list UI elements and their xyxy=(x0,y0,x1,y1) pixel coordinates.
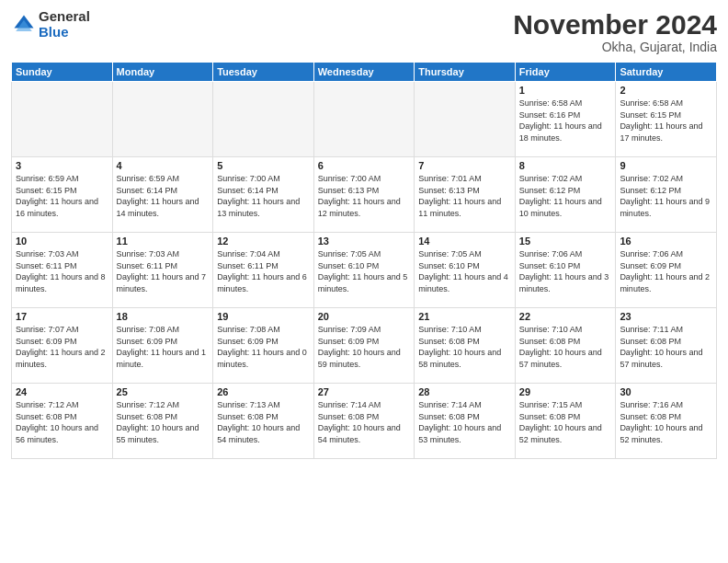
day-info: Sunrise: 7:02 AM Sunset: 6:12 PM Dayligh… xyxy=(620,173,712,219)
cell-w2-d2: 4Sunrise: 6:59 AM Sunset: 6:14 PM Daylig… xyxy=(112,157,213,233)
day-number: 13 xyxy=(318,236,411,247)
day-number: 23 xyxy=(620,311,712,322)
cell-w1-d6: 1Sunrise: 6:58 AM Sunset: 6:16 PM Daylig… xyxy=(515,82,616,157)
day-number: 22 xyxy=(519,311,612,322)
day-number: 4 xyxy=(117,160,210,171)
day-info: Sunrise: 7:03 AM Sunset: 6:11 PM Dayligh… xyxy=(117,248,210,294)
calendar-body: 1Sunrise: 6:58 AM Sunset: 6:16 PM Daylig… xyxy=(12,82,717,459)
header: General Blue November 2024 Okha, Gujarat… xyxy=(11,9,717,54)
day-info: Sunrise: 7:08 AM Sunset: 6:09 PM Dayligh… xyxy=(217,324,310,370)
day-number: 27 xyxy=(318,386,411,397)
logo: General Blue xyxy=(11,9,90,40)
col-sunday: Sunday xyxy=(12,63,113,82)
day-info: Sunrise: 7:04 AM Sunset: 6:11 PM Dayligh… xyxy=(217,248,310,294)
cell-w5-d4: 27Sunrise: 7:14 AM Sunset: 6:08 PM Dayli… xyxy=(313,384,415,459)
day-number: 26 xyxy=(217,386,310,397)
col-wednesday: Wednesday xyxy=(313,63,415,82)
header-row: Sunday Monday Tuesday Wednesday Thursday… xyxy=(12,63,717,82)
cell-w3-d2: 11Sunrise: 7:03 AM Sunset: 6:11 PM Dayli… xyxy=(112,233,213,308)
day-number: 17 xyxy=(16,311,108,322)
day-info: Sunrise: 7:00 AM Sunset: 6:14 PM Dayligh… xyxy=(217,173,310,219)
col-saturday: Saturday xyxy=(616,63,717,82)
cell-w4-d1: 17Sunrise: 7:07 AM Sunset: 6:09 PM Dayli… xyxy=(12,308,113,384)
cell-w3-d1: 10Sunrise: 7:03 AM Sunset: 6:11 PM Dayli… xyxy=(12,233,113,308)
cell-w2-d4: 6Sunrise: 7:00 AM Sunset: 6:13 PM Daylig… xyxy=(313,157,415,233)
month-title: November 2024 xyxy=(513,9,717,40)
title-block: November 2024 Okha, Gujarat, India xyxy=(513,9,717,54)
day-info: Sunrise: 7:06 AM Sunset: 6:09 PM Dayligh… xyxy=(620,248,712,294)
cell-w5-d1: 24Sunrise: 7:12 AM Sunset: 6:08 PM Dayli… xyxy=(12,384,113,459)
cell-w5-d6: 29Sunrise: 7:15 AM Sunset: 6:08 PM Dayli… xyxy=(515,384,616,459)
cell-w3-d3: 12Sunrise: 7:04 AM Sunset: 6:11 PM Dayli… xyxy=(213,233,314,308)
day-number: 6 xyxy=(318,160,411,171)
day-number: 8 xyxy=(519,160,612,171)
day-info: Sunrise: 6:58 AM Sunset: 6:16 PM Dayligh… xyxy=(519,98,612,144)
day-number: 12 xyxy=(217,236,310,247)
cell-w1-d3 xyxy=(213,82,314,157)
day-info: Sunrise: 7:00 AM Sunset: 6:13 PM Dayligh… xyxy=(318,173,411,219)
day-info: Sunrise: 7:05 AM Sunset: 6:10 PM Dayligh… xyxy=(318,248,411,294)
day-info: Sunrise: 7:14 AM Sunset: 6:08 PM Dayligh… xyxy=(418,399,511,445)
week-row-2: 3Sunrise: 6:59 AM Sunset: 6:15 PM Daylig… xyxy=(12,157,717,233)
cell-w4-d5: 21Sunrise: 7:10 AM Sunset: 6:08 PM Dayli… xyxy=(415,308,516,384)
cell-w1-d5 xyxy=(415,82,516,157)
day-info: Sunrise: 7:01 AM Sunset: 6:13 PM Dayligh… xyxy=(418,173,511,219)
cell-w4-d2: 18Sunrise: 7:08 AM Sunset: 6:09 PM Dayli… xyxy=(112,308,213,384)
day-info: Sunrise: 7:03 AM Sunset: 6:11 PM Dayligh… xyxy=(16,248,108,294)
day-info: Sunrise: 6:59 AM Sunset: 6:15 PM Dayligh… xyxy=(16,173,108,219)
cell-w5-d3: 26Sunrise: 7:13 AM Sunset: 6:08 PM Dayli… xyxy=(213,384,314,459)
day-number: 5 xyxy=(217,160,310,171)
cell-w2-d1: 3Sunrise: 6:59 AM Sunset: 6:15 PM Daylig… xyxy=(12,157,113,233)
week-row-4: 17Sunrise: 7:07 AM Sunset: 6:09 PM Dayli… xyxy=(12,308,717,384)
day-number: 18 xyxy=(117,311,210,322)
day-info: Sunrise: 7:10 AM Sunset: 6:08 PM Dayligh… xyxy=(519,324,612,370)
day-info: Sunrise: 7:13 AM Sunset: 6:08 PM Dayligh… xyxy=(217,399,310,445)
cell-w5-d5: 28Sunrise: 7:14 AM Sunset: 6:08 PM Dayli… xyxy=(415,384,516,459)
day-number: 25 xyxy=(117,386,210,397)
cell-w4-d6: 22Sunrise: 7:10 AM Sunset: 6:08 PM Dayli… xyxy=(515,308,616,384)
main-container: General Blue November 2024 Okha, Gujarat… xyxy=(0,0,728,465)
day-info: Sunrise: 7:15 AM Sunset: 6:08 PM Dayligh… xyxy=(519,399,612,445)
day-number: 16 xyxy=(620,236,712,247)
cell-w4-d3: 19Sunrise: 7:08 AM Sunset: 6:09 PM Dayli… xyxy=(213,308,314,384)
day-number: 24 xyxy=(16,386,108,397)
week-row-1: 1Sunrise: 6:58 AM Sunset: 6:16 PM Daylig… xyxy=(12,82,717,157)
cell-w2-d6: 8Sunrise: 7:02 AM Sunset: 6:12 PM Daylig… xyxy=(515,157,616,233)
cell-w4-d4: 20Sunrise: 7:09 AM Sunset: 6:09 PM Dayli… xyxy=(313,308,415,384)
col-friday: Friday xyxy=(515,63,616,82)
day-number: 15 xyxy=(519,236,612,247)
cell-w1-d1 xyxy=(12,82,113,157)
col-tuesday: Tuesday xyxy=(213,63,314,82)
day-number: 2 xyxy=(620,85,712,96)
day-info: Sunrise: 7:12 AM Sunset: 6:08 PM Dayligh… xyxy=(16,399,108,445)
day-number: 20 xyxy=(318,311,411,322)
day-number: 29 xyxy=(519,386,612,397)
day-number: 11 xyxy=(117,236,210,247)
day-info: Sunrise: 6:59 AM Sunset: 6:14 PM Dayligh… xyxy=(117,173,210,219)
day-number: 28 xyxy=(418,386,511,397)
cell-w2-d3: 5Sunrise: 7:00 AM Sunset: 6:14 PM Daylig… xyxy=(213,157,314,233)
day-number: 7 xyxy=(418,160,511,171)
col-thursday: Thursday xyxy=(415,63,516,82)
week-row-5: 24Sunrise: 7:12 AM Sunset: 6:08 PM Dayli… xyxy=(12,384,717,459)
day-info: Sunrise: 7:14 AM Sunset: 6:08 PM Dayligh… xyxy=(318,399,411,445)
cell-w1-d2 xyxy=(112,82,213,157)
day-number: 14 xyxy=(418,236,511,247)
day-info: Sunrise: 7:11 AM Sunset: 6:08 PM Dayligh… xyxy=(620,324,712,370)
day-number: 30 xyxy=(620,386,712,397)
calendar-table: Sunday Monday Tuesday Wednesday Thursday… xyxy=(11,62,717,459)
logo-icon xyxy=(11,12,37,38)
col-monday: Monday xyxy=(112,63,213,82)
day-info: Sunrise: 6:58 AM Sunset: 6:15 PM Dayligh… xyxy=(620,98,712,144)
day-info: Sunrise: 7:06 AM Sunset: 6:10 PM Dayligh… xyxy=(519,248,612,294)
day-number: 1 xyxy=(519,85,612,96)
day-info: Sunrise: 7:10 AM Sunset: 6:08 PM Dayligh… xyxy=(418,324,511,370)
day-info: Sunrise: 7:16 AM Sunset: 6:08 PM Dayligh… xyxy=(620,399,712,445)
day-info: Sunrise: 7:07 AM Sunset: 6:09 PM Dayligh… xyxy=(16,324,108,370)
cell-w3-d6: 15Sunrise: 7:06 AM Sunset: 6:10 PM Dayli… xyxy=(515,233,616,308)
cell-w3-d4: 13Sunrise: 7:05 AM Sunset: 6:10 PM Dayli… xyxy=(313,233,415,308)
day-number: 3 xyxy=(16,160,108,171)
week-row-3: 10Sunrise: 7:03 AM Sunset: 6:11 PM Dayli… xyxy=(12,233,717,308)
day-number: 21 xyxy=(418,311,511,322)
day-info: Sunrise: 7:12 AM Sunset: 6:08 PM Dayligh… xyxy=(117,399,210,445)
